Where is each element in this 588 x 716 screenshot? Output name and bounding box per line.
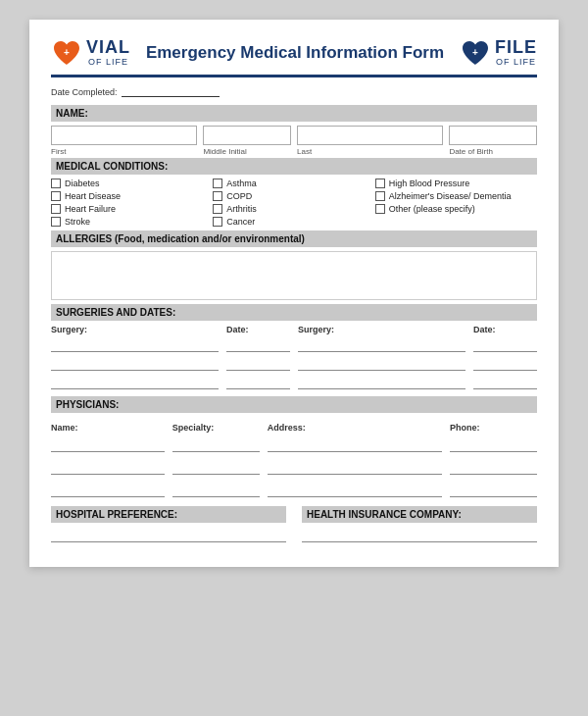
- surgery-left-input-1[interactable]: [51, 336, 219, 352]
- dob-input[interactable]: [449, 126, 537, 145]
- bottom-row: HOSPITAL PREFERENCE: HEALTH INSURANCE CO…: [51, 506, 537, 545]
- ph-name-3[interactable]: [51, 482, 165, 497]
- first-name-group: First: [51, 126, 197, 156]
- first-name-input[interactable]: [51, 126, 197, 145]
- vial-subtext: OF LIFE: [86, 58, 130, 68]
- ph-name-2[interactable]: [51, 459, 165, 475]
- surgery-right-input-2[interactable]: [298, 355, 466, 371]
- surgeries-section-header: SURGERIES AND DATES:: [51, 304, 537, 321]
- surgery-right-input-1[interactable]: [298, 336, 466, 352]
- logo-file: + FILE OF LIFE: [460, 37, 537, 69]
- ph-phone-3[interactable]: [450, 482, 537, 497]
- date-right-input-2[interactable]: [473, 355, 537, 371]
- checkbox-heart-disease[interactable]: [51, 191, 61, 201]
- svg-text:+: +: [64, 47, 70, 58]
- surgery-right-block: Surgery: Date:: [298, 325, 537, 392]
- ph-specialty-1[interactable]: [172, 436, 260, 452]
- checkbox-heart-failure[interactable]: [51, 204, 61, 214]
- checkbox-other[interactable]: [375, 204, 385, 214]
- checkbox-copd[interactable]: [213, 191, 222, 201]
- conditions-col1: Diabetes Heart Disease Heart Failure Str…: [51, 179, 213, 227]
- date-row: Date Completed:: [51, 87, 537, 97]
- condition-copd: COPD: [213, 191, 374, 201]
- insurance-header: HEALTH INSURANCE COMPANY:: [302, 506, 537, 523]
- checkbox-cancer[interactable]: [213, 217, 222, 227]
- date-input[interactable]: [122, 87, 220, 97]
- checkbox-alzheimers[interactable]: [375, 191, 385, 201]
- condition-other: Other (please specify): [375, 204, 537, 214]
- checkbox-high-blood-pressure[interactable]: [375, 179, 385, 188]
- middle-initial-input[interactable]: [203, 126, 291, 145]
- name-fields: First Middle Initial Last Date of Birth: [51, 126, 537, 156]
- file-subtext: OF LIFE: [495, 58, 537, 68]
- last-name-label: Last: [297, 147, 443, 156]
- condition-asthma: Asthma: [213, 179, 374, 188]
- condition-cancer: Cancer: [213, 217, 374, 227]
- date-label: Date Completed:: [51, 87, 118, 97]
- date-left-col: Date:: [226, 325, 290, 392]
- ph-phone-2[interactable]: [450, 459, 537, 475]
- file-heart-icon: +: [460, 37, 491, 69]
- date-right-col: Date:: [473, 325, 537, 392]
- date-right-input-1[interactable]: [473, 336, 537, 352]
- condition-diabetes: Diabetes: [51, 179, 213, 188]
- svg-text:+: +: [472, 47, 478, 58]
- date-left-input-3[interactable]: [226, 374, 290, 389]
- date-right-input-3[interactable]: [473, 374, 537, 389]
- surgery-left-input-2[interactable]: [51, 355, 219, 371]
- hospital-col: HOSPITAL PREFERENCE:: [51, 506, 286, 545]
- condition-heart-disease: Heart Disease: [51, 191, 213, 201]
- checkbox-diabetes[interactable]: [51, 179, 61, 188]
- physician-row-3: [51, 482, 537, 500]
- checkbox-arthritis[interactable]: [213, 204, 222, 214]
- checkbox-stroke[interactable]: [51, 217, 61, 227]
- ph-name-header: Name:: [51, 417, 165, 435]
- last-name-group: Last: [297, 126, 443, 156]
- surgery-left-block: Surgery: Date:: [51, 325, 290, 392]
- vial-text: VIAL: [86, 38, 130, 58]
- surgery-left-col: Surgery:: [51, 325, 219, 392]
- ph-phone-header: Phone:: [450, 417, 537, 435]
- form-container: + VIAL OF LIFE Emergency Medical Informa…: [29, 20, 559, 567]
- condition-stroke: Stroke: [51, 217, 213, 227]
- form-title: Emergency Medical Information Form: [130, 43, 460, 63]
- physicians-header-row: Name: Specialty: Address: Phone:: [51, 417, 537, 435]
- hospital-input[interactable]: [51, 527, 286, 542]
- conditions-col3: High Blood Pressure Alzheimer's Disease/…: [375, 179, 537, 227]
- surgery-label-right: Surgery:: [298, 325, 466, 334]
- vial-heart-icon: +: [51, 37, 82, 69]
- condition-arthritis: Arthritis: [213, 204, 374, 214]
- date-label-left: Date:: [226, 325, 290, 334]
- surgery-left-input-3[interactable]: [51, 374, 219, 389]
- date-left-input-2[interactable]: [226, 355, 290, 371]
- date-left-input-1[interactable]: [226, 336, 290, 352]
- last-name-input[interactable]: [297, 126, 443, 145]
- dob-label: Date of Birth: [449, 147, 537, 156]
- physicians-section-header: PHYSICIANS:: [51, 396, 537, 413]
- ph-address-3[interactable]: [268, 482, 442, 497]
- surgery-right-input-3[interactable]: [298, 374, 466, 389]
- logo-vial: + VIAL OF LIFE: [51, 37, 130, 69]
- physicians-section: Name: Specialty: Address: Phone:: [51, 417, 537, 500]
- checkbox-asthma[interactable]: [213, 179, 222, 188]
- file-text: FILE: [495, 38, 537, 58]
- ph-address-1[interactable]: [268, 436, 442, 452]
- ph-phone-1[interactable]: [450, 436, 537, 452]
- ph-specialty-2[interactable]: [172, 459, 260, 475]
- ph-specialty-3[interactable]: [172, 482, 260, 497]
- condition-heart-failure: Heart Failure: [51, 204, 213, 214]
- hospital-header: HOSPITAL PREFERENCE:: [51, 506, 286, 523]
- middle-initial-group: Middle Initial: [203, 126, 291, 156]
- insurance-col: HEALTH INSURANCE COMPANY:: [302, 506, 537, 545]
- date-label-right: Date:: [473, 325, 537, 334]
- allergies-input[interactable]: [51, 251, 537, 300]
- ph-name-1[interactable]: [51, 436, 165, 452]
- conditions-col2: Asthma COPD Arthritis Cancer: [213, 179, 374, 227]
- surgeries-grid: Surgery: Date: Surgery:: [51, 325, 537, 392]
- name-section-header: NAME:: [51, 105, 537, 122]
- medical-conditions-header: MEDICAL CONDITIONS:: [51, 158, 537, 175]
- insurance-input[interactable]: [302, 527, 537, 542]
- conditions-grid: Diabetes Heart Disease Heart Failure Str…: [51, 179, 537, 227]
- ph-specialty-header: Specialty:: [172, 417, 260, 435]
- ph-address-2[interactable]: [268, 459, 442, 475]
